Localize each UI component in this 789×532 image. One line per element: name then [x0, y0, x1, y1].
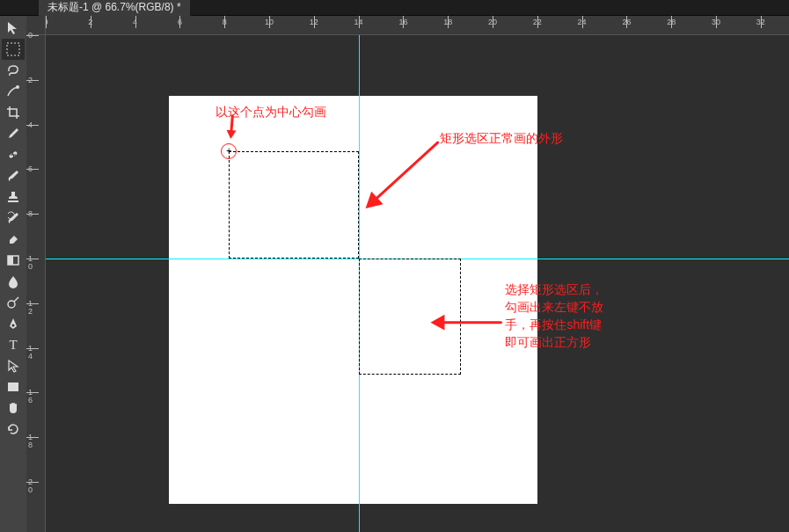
lasso-tool[interactable]	[2, 60, 25, 81]
workzone: 0246810121416182022242628303234 02468101…	[26, 16, 789, 532]
ruler-horizontal[interactable]: 0246810121416182022242628303234	[46, 16, 789, 35]
move-tool[interactable]	[2, 18, 25, 39]
blur-tool[interactable]	[2, 271, 25, 292]
stamp-tool[interactable]	[2, 186, 25, 208]
svg-rect-0	[7, 43, 19, 55]
pen-tool[interactable]	[2, 313, 25, 334]
rotate-view-tool[interactable]	[2, 419, 25, 440]
brush-tool[interactable]	[2, 165, 25, 186]
eraser-tool[interactable]	[2, 229, 25, 250]
svg-point-7	[8, 301, 15, 308]
toolbox: T	[0, 16, 26, 532]
svg-rect-6	[8, 256, 13, 265]
fill-tool[interactable]	[2, 250, 25, 271]
dodge-tool[interactable]	[2, 292, 25, 313]
svg-text:T: T	[9, 338, 17, 352]
svg-marker-17	[430, 315, 444, 331]
history-brush-tool[interactable]	[2, 208, 25, 229]
svg-point-9	[12, 324, 15, 327]
marquee-tool[interactable]	[2, 39, 25, 60]
svg-point-1	[16, 85, 19, 89]
arrow-to-square	[46, 35, 789, 532]
document-tab[interactable]: 未标题-1 @ 66.7%(RGB/8) *	[39, 0, 191, 17]
ruler-vertical[interactable]: 02468101214161820	[26, 35, 46, 532]
eyedropper-tool[interactable]	[2, 123, 25, 144]
tab-gutter	[0, 0, 39, 16]
path-select-tool[interactable]	[2, 355, 25, 376]
title-bar: 未标题-1 @ 66.7%(RGB/8) *	[0, 0, 789, 16]
selection-brush-tool[interactable]	[2, 81, 25, 102]
type-tool[interactable]: T	[2, 334, 25, 355]
hand-tool[interactable]	[2, 397, 25, 419]
svg-line-8	[14, 297, 18, 302]
shape-tool[interactable]	[2, 376, 25, 397]
svg-rect-11	[8, 383, 18, 391]
canvas-stage[interactable]: + 以这个点为中心勾画 矩形选区正常画的外形 选择矩形选区后， 勾画出来左键不放…	[46, 35, 789, 532]
heal-tool[interactable]	[2, 144, 25, 165]
crop-tool[interactable]	[2, 102, 25, 123]
